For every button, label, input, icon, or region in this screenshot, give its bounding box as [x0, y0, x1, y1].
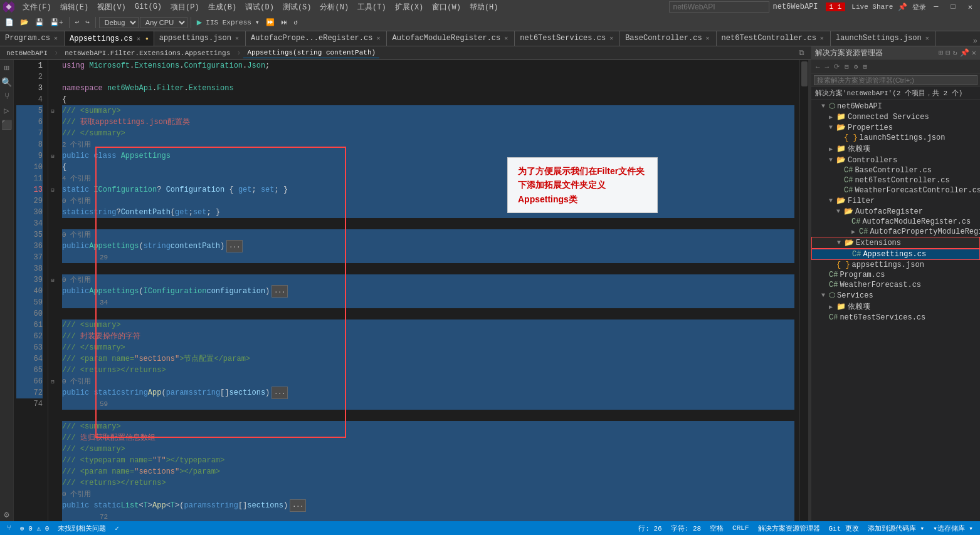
sol-expand-icon[interactable]: ⊞	[939, 48, 943, 58]
tree-item-autofac-module[interactable]: C# AutofacModuleRegister.cs	[811, 217, 980, 227]
sol-toolbar-settings[interactable]: ⚙	[852, 61, 860, 72]
signin-btn[interactable]: 登录	[912, 3, 926, 12]
tab-scroll-right[interactable]: »	[971, 37, 980, 46]
tree-item-connected[interactable]: ▶ 📁 Connected Services	[811, 112, 980, 122]
checkmark-icon[interactable]: ✓	[113, 524, 121, 532]
tab-close-autofac-module[interactable]: ✕	[503, 34, 509, 42]
extensions-activity-icon[interactable]: ⬛	[0, 118, 13, 132]
tab-autofac-module[interactable]: AutofacModuleRegister.cs ✕	[387, 31, 515, 46]
save-to-repo[interactable]: ▾选存储库 ▾	[931, 524, 975, 533]
menu-item-build[interactable]: 生成(B)	[204, 1, 241, 14]
live-share-btn[interactable]: Live Share	[851, 3, 893, 11]
tree-item-controllers[interactable]: ▼ 📂 Controllers	[811, 155, 980, 165]
step-btn-3[interactable]: ↺	[292, 17, 301, 28]
save-all-btn[interactable]: 💾+	[48, 17, 66, 28]
tree-item-deps[interactable]: ▶ 📁 依赖项	[811, 143, 980, 155]
menu-item-tools[interactable]: 工具(T)	[354, 1, 390, 14]
tree-arrow[interactable]: ▼	[829, 197, 836, 204]
tree-arrow[interactable]: ▶	[851, 228, 859, 236]
tree-item-appsettings-json[interactable]: { } appsettings.json	[811, 260, 980, 270]
tree-item-extensions[interactable]: ▼ 📂 Extensions	[811, 237, 980, 249]
split-view-btn[interactable]: ⧉	[795, 49, 808, 58]
vertical-scrollbar[interactable]	[799, 60, 808, 521]
close-btn[interactable]: ✕	[963, 3, 977, 12]
project-breadcrumb[interactable]: net6WebAPI	[3, 48, 51, 58]
tree-arrow[interactable]: ▼	[829, 157, 836, 164]
sol-toolbar-forward[interactable]: →	[823, 62, 831, 72]
tree-item-services[interactable]: ▼ ⬡ Services	[811, 290, 980, 301]
debug-activity-icon[interactable]: ▷	[0, 104, 13, 117]
tab-close-program[interactable]: ✕	[53, 34, 59, 42]
tree-item-appsettings-cs[interactable]: C# Appsettings.cs	[811, 249, 980, 260]
tree-item-project[interactable]: ▼ ⬡ net6WebAPI	[811, 101, 980, 112]
tree-arrow[interactable]: ▼	[836, 208, 844, 215]
menu-item-analyze[interactable]: 分析(N)	[316, 1, 352, 14]
global-search-input[interactable]	[669, 1, 769, 13]
sol-close-icon[interactable]: ✕	[972, 48, 976, 58]
open-btn[interactable]: 📂	[18, 17, 31, 28]
tab-close-appsettings[interactable]: ✕	[135, 35, 142, 43]
menu-item-project[interactable]: 项目(P)	[167, 1, 203, 14]
maximize-btn[interactable]: □	[946, 3, 961, 11]
tree-item-autofac-prop[interactable]: ▶ C# AutofacPropertyModuleRegister.cs	[811, 227, 980, 237]
sol-refresh-icon[interactable]: ↻	[953, 48, 957, 58]
search-activity-icon[interactable]: 🔍	[0, 76, 13, 89]
source-control-icon[interactable]: ⑂	[0, 90, 13, 103]
tree-item-properties[interactable]: ▼ 📂 Properties	[811, 122, 980, 133]
menu-item-edit[interactable]: 编辑(E)	[56, 1, 93, 14]
settings-activity-icon[interactable]: ⚙	[0, 508, 13, 521]
tree-arrow[interactable]: ▼	[829, 124, 836, 131]
sol-toolbar-back[interactable]: ←	[814, 62, 822, 72]
sol-collapse-icon[interactable]: ⊟	[946, 48, 950, 58]
sol-toolbar-expand-all[interactable]: ⊞	[861, 61, 869, 72]
class-breadcrumb[interactable]: Appsettings(string contentPath)	[243, 48, 379, 58]
new-project-btn[interactable]: 📄	[3, 17, 16, 28]
tab-close-launch[interactable]: ✕	[924, 34, 930, 42]
platform-dropdown[interactable]: Any CPU	[140, 17, 187, 28]
tree-item-services-deps[interactable]: ▶ 📁 依赖项	[811, 301, 980, 313]
debug-config-dropdown[interactable]: Debug	[99, 17, 139, 28]
redo-btn[interactable]: ↪	[83, 17, 92, 28]
sol-toolbar-sync[interactable]: ⟳	[832, 61, 841, 72]
tab-close-net6ctrl[interactable]: ✕	[819, 34, 825, 42]
no-issues[interactable]: 未找到相关问题	[56, 524, 108, 533]
run-btn[interactable]: ▶	[194, 17, 204, 28]
sol-toolbar-filter[interactable]: ⊟	[843, 61, 851, 72]
step-btn-2[interactable]: ⏭	[278, 17, 290, 28]
step-btn-1[interactable]: ⏩	[263, 17, 277, 28]
tree-item-basecontroller[interactable]: C# BaseController.cs	[811, 165, 980, 175]
tree-arrow[interactable]: ▼	[837, 239, 845, 246]
tab-appsettings[interactable]: Appsettings.cs ✕	[65, 31, 154, 46]
tree-item-weatherforecast-ctrl[interactable]: C# WeatherForecastController.cs	[811, 185, 980, 195]
namespace-breadcrumb[interactable]: net6WebAPI.Filter.Extensions.Appsettings	[61, 48, 234, 58]
tree-item-net6controller[interactable]: C# net6TestController.cs	[811, 175, 980, 185]
save-btn[interactable]: 💾	[33, 17, 46, 28]
tree-arrow[interactable]: ▶	[829, 303, 836, 311]
menu-item-view[interactable]: 视图(V)	[93, 1, 130, 14]
menu-item-help[interactable]: 帮助(H)	[466, 1, 502, 14]
tab-net6services[interactable]: net6TestServices.cs ✕	[515, 31, 620, 46]
git-changes-label[interactable]: Git 更改	[827, 524, 861, 533]
menu-item-debug[interactable]: 调试(D)	[241, 1, 278, 14]
menu-item-extensions[interactable]: 扩展(X)	[391, 1, 428, 14]
indent-type[interactable]: 空格	[708, 524, 725, 533]
sol-pin-icon[interactable]: 📌	[960, 48, 969, 58]
tab-close-autofac-prop[interactable]: ✕	[375, 34, 381, 42]
code-text-area[interactable]: using Microsoft.Extensions.Configuration…	[57, 60, 799, 521]
tree-arrow[interactable]: ▼	[821, 292, 829, 299]
tab-basecontroller[interactable]: BaseController.cs ✕	[620, 31, 716, 46]
git-branch-icon[interactable]: ⑂	[5, 524, 13, 532]
cursor-col[interactable]: 字符: 28	[669, 524, 703, 533]
error-count[interactable]: ⊗ 0 ⚠ 0	[18, 524, 51, 532]
cursor-line[interactable]: 行: 26	[636, 524, 663, 533]
tab-net6controller[interactable]: net6TestController.cs ✕	[717, 31, 831, 46]
tab-close-base[interactable]: ✕	[705, 34, 711, 42]
tree-item-autofac-register[interactable]: ▼ 📂 AutofacRegister	[811, 206, 980, 217]
tree-item-weatherforecast[interactable]: C# WeatherForecast.cs	[811, 280, 980, 290]
tree-arrow[interactable]: ▶	[829, 145, 836, 153]
tab-autofac-prop[interactable]: AutofacPrope...eRegister.cs ✕	[246, 31, 387, 46]
menu-item-window[interactable]: 窗口(W)	[428, 1, 465, 14]
undo-btn[interactable]: ↩	[73, 17, 82, 28]
menu-item-test[interactable]: 测试(S)	[279, 1, 315, 14]
menu-item-git[interactable]: Git(G)	[131, 1, 166, 13]
